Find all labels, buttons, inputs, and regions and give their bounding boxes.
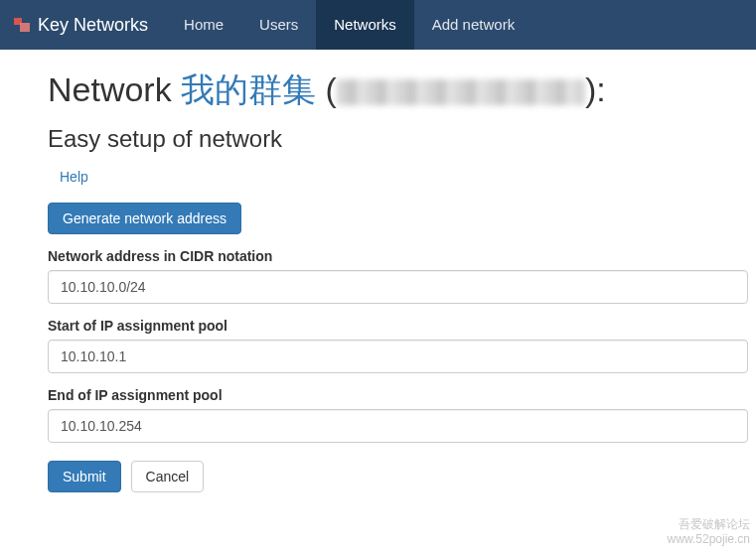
submit-button[interactable]: Submit (48, 461, 121, 492)
brand-text: Key Networks (38, 15, 148, 36)
page-subtitle: Easy setup of network (48, 125, 756, 153)
page-title: Network 我的群集 (): (48, 68, 756, 113)
title-network-link[interactable]: 我的群集 (181, 70, 316, 108)
pool-start-label: Start of IP assignment pool (48, 318, 748, 334)
form-actions: Submit Cancel (48, 461, 756, 492)
cidr-input[interactable] (48, 270, 748, 304)
brand-link[interactable]: Key Networks (12, 15, 158, 36)
title-open: ( (316, 70, 337, 108)
cidr-label: Network address in CIDR notation (48, 248, 748, 264)
title-prefix: Network (48, 70, 181, 108)
pool-end-input[interactable] (48, 409, 748, 443)
nav-users[interactable]: Users (241, 0, 316, 50)
nav-networks[interactable]: Networks (316, 0, 414, 50)
navbar: Key Networks Home Users Networks Add net… (0, 0, 756, 50)
help-link[interactable]: Help (60, 169, 88, 185)
watermark-line2: www.52pojie.cn (668, 532, 750, 546)
pool-end-label: End of IP assignment pool (48, 387, 748, 403)
nav-home[interactable]: Home (166, 0, 241, 50)
main-content: Network 我的群集 (): Easy setup of network H… (0, 50, 756, 492)
field-cidr: Network address in CIDR notation (48, 248, 748, 304)
cancel-button[interactable]: Cancel (131, 461, 205, 492)
watermark: 吾爱破解论坛 www.52pojie.cn (668, 517, 750, 546)
title-close: ): (585, 70, 606, 108)
generate-address-button[interactable]: Generate network address (48, 203, 241, 234)
logo-icon (12, 16, 32, 34)
nav-add-network[interactable]: Add network (414, 0, 532, 50)
field-pool-start: Start of IP assignment pool (48, 318, 748, 373)
field-pool-end: End of IP assignment pool (48, 387, 748, 443)
watermark-line1: 吾爱破解论坛 (668, 517, 750, 531)
pool-start-input[interactable] (48, 340, 748, 373)
redacted-network-id (337, 79, 585, 105)
